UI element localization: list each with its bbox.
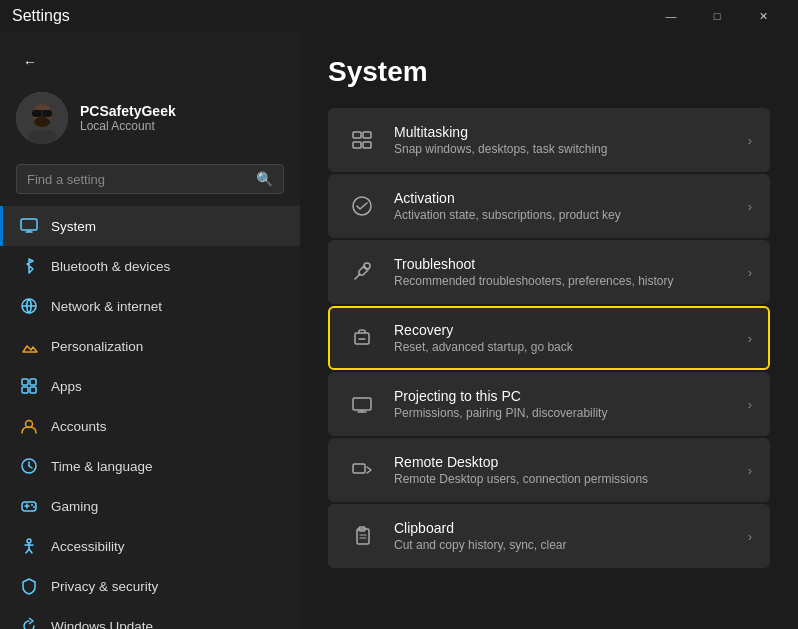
chevron-icon-clipboard: › [748, 529, 752, 544]
nav-icon-network [19, 296, 39, 316]
sidebar: ← PCSafetyGeek Local Accou [0, 32, 300, 629]
settings-desc-remote: Remote Desktop users, connection permiss… [394, 472, 732, 486]
chevron-icon-remote: › [748, 463, 752, 478]
sidebar-header: ← [0, 32, 300, 84]
settings-icon-activation [346, 190, 378, 222]
nav-icon-apps [19, 376, 39, 396]
maximize-button[interactable]: □ [694, 0, 740, 32]
profile-subtitle: Local Account [80, 119, 176, 133]
profile-section: PCSafetyGeek Local Account [0, 84, 300, 160]
page-title: System [328, 56, 770, 88]
settings-desc-projecting: Permissions, pairing PIN, discoverabilit… [394, 406, 732, 420]
search-input[interactable] [27, 172, 248, 187]
search-box[interactable]: 🔍 [16, 164, 284, 194]
settings-icon-multitasking [346, 124, 378, 156]
settings-desc-recovery: Reset, advanced startup, go back [394, 340, 732, 354]
settings-desc-troubleshoot: Recommended troubleshooters, preferences… [394, 274, 732, 288]
nav-icon-gaming [19, 496, 39, 516]
settings-item-recovery[interactable]: Recovery Reset, advanced startup, go bac… [328, 306, 770, 370]
svg-rect-31 [353, 142, 361, 148]
svg-rect-32 [363, 142, 371, 148]
settings-icon-projecting [346, 388, 378, 420]
svg-rect-6 [21, 219, 37, 230]
sidebar-item-accessibility[interactable]: Accessibility [0, 526, 300, 566]
svg-rect-14 [30, 387, 36, 393]
settings-icon-clipboard [346, 520, 378, 552]
chevron-icon-activation: › [748, 199, 752, 214]
sidebar-item-personalization[interactable]: Personalization [0, 326, 300, 366]
svg-rect-30 [363, 132, 371, 138]
settings-title-recovery: Recovery [394, 322, 732, 338]
svg-rect-40 [353, 464, 365, 473]
nav-icon-personalization [19, 336, 39, 356]
svg-rect-13 [22, 387, 28, 393]
nav-icon-accounts [19, 416, 39, 436]
nav-label-update: Windows Update [51, 619, 153, 630]
settings-title-remote: Remote Desktop [394, 454, 732, 470]
svg-line-28 [29, 549, 32, 553]
sidebar-item-time[interactable]: Time & language [0, 446, 300, 486]
nav-icon-bluetooth [19, 256, 39, 276]
sidebar-item-network[interactable]: Network & internet [0, 286, 300, 326]
svg-rect-12 [30, 379, 36, 385]
minimize-button[interactable]: — [648, 0, 694, 32]
chevron-icon-multitasking: › [748, 133, 752, 148]
settings-list: Multitasking Snap windows, desktops, tas… [328, 108, 770, 568]
settings-item-troubleshoot[interactable]: Troubleshoot Recommended troubleshooters… [328, 240, 770, 304]
chevron-icon-recovery: › [748, 331, 752, 346]
sidebar-item-bluetooth[interactable]: Bluetooth & devices [0, 246, 300, 286]
close-button[interactable]: ✕ [740, 0, 786, 32]
settings-title-projecting: Projecting to this PC [394, 388, 732, 404]
settings-icon-troubleshoot [346, 256, 378, 288]
nav-label-system: System [51, 219, 96, 234]
settings-text-clipboard: Clipboard Cut and copy history, sync, cl… [394, 520, 732, 552]
settings-text-recovery: Recovery Reset, advanced startup, go bac… [394, 322, 732, 354]
chevron-icon-troubleshoot: › [748, 265, 752, 280]
svg-rect-5 [28, 130, 56, 144]
svg-point-4 [34, 117, 50, 127]
content-area: System Multitasking Snap windows, deskto… [300, 32, 798, 629]
settings-item-remote[interactable]: Remote Desktop Remote Desktop users, con… [328, 438, 770, 502]
nav-label-gaming: Gaming [51, 499, 98, 514]
settings-text-remote: Remote Desktop Remote Desktop users, con… [394, 454, 732, 486]
settings-icon-remote [346, 454, 378, 486]
sidebar-item-accounts[interactable]: Accounts [0, 406, 300, 446]
sidebar-item-system[interactable]: System [0, 206, 300, 246]
sidebar-item-update[interactable]: Windows Update [0, 606, 300, 629]
svg-point-33 [353, 197, 371, 215]
nav-label-network: Network & internet [51, 299, 162, 314]
svg-point-22 [31, 504, 33, 506]
svg-rect-37 [353, 398, 371, 410]
settings-text-multitasking: Multitasking Snap windows, desktops, tas… [394, 124, 732, 156]
back-button[interactable]: ← [16, 48, 44, 76]
titlebar-controls: — □ ✕ [648, 0, 786, 32]
settings-desc-multitasking: Snap windows, desktops, task switching [394, 142, 732, 156]
nav-label-accessibility: Accessibility [51, 539, 125, 554]
nav-icon-update [19, 616, 39, 629]
settings-item-multitasking[interactable]: Multitasking Snap windows, desktops, tas… [328, 108, 770, 172]
sidebar-item-apps[interactable]: Apps [0, 366, 300, 406]
settings-text-activation: Activation Activation state, subscriptio… [394, 190, 732, 222]
nav-icon-accessibility [19, 536, 39, 556]
settings-text-projecting: Projecting to this PC Permissions, pairi… [394, 388, 732, 420]
settings-item-projecting[interactable]: Projecting to this PC Permissions, pairi… [328, 372, 770, 436]
nav-icon-time [19, 456, 39, 476]
nav-label-time: Time & language [51, 459, 153, 474]
settings-text-troubleshoot: Troubleshoot Recommended troubleshooters… [394, 256, 732, 288]
nav-list: System Bluetooth & devices Network & int… [0, 206, 300, 629]
avatar [16, 92, 68, 144]
settings-item-clipboard[interactable]: Clipboard Cut and copy history, sync, cl… [328, 504, 770, 568]
settings-title-activation: Activation [394, 190, 732, 206]
svg-rect-29 [353, 132, 361, 138]
titlebar-title: Settings [12, 7, 70, 25]
settings-icon-recovery [346, 322, 378, 354]
svg-point-23 [33, 506, 35, 508]
sidebar-item-gaming[interactable]: Gaming [0, 486, 300, 526]
chevron-icon-projecting: › [748, 397, 752, 412]
settings-title-troubleshoot: Troubleshoot [394, 256, 732, 272]
sidebar-item-privacy[interactable]: Privacy & security [0, 566, 300, 606]
search-icon: 🔍 [256, 171, 273, 187]
nav-icon-system [19, 216, 39, 236]
settings-desc-activation: Activation state, subscriptions, product… [394, 208, 732, 222]
settings-item-activation[interactable]: Activation Activation state, subscriptio… [328, 174, 770, 238]
